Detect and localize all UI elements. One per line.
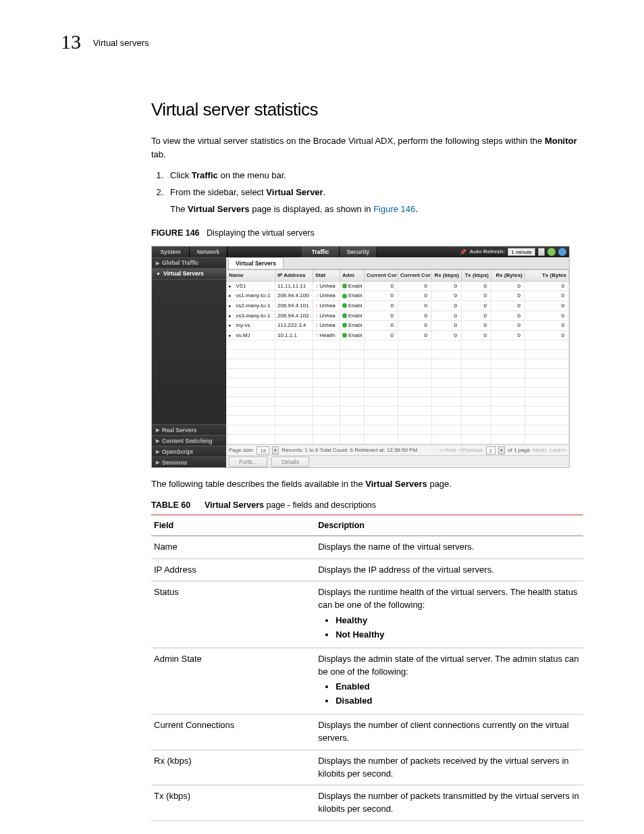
- pagesize-label: Page size:: [229, 446, 254, 454]
- nav-next[interactable]: Next>: [533, 446, 547, 454]
- ss-grid: Name IP Address Stat Adm Current Cor Cur…: [226, 269, 569, 444]
- sidebar-item-virtual-servers[interactable]: ▼Virtual Servers: [152, 268, 226, 279]
- refresh-icon[interactable]: [547, 248, 556, 256]
- t60-row: NameDisplays the name of the virtual ser…: [151, 536, 583, 558]
- screenshot: System Network Traffic Security 📌 Auto R…: [151, 246, 570, 468]
- ports-button[interactable]: Ports...: [229, 457, 267, 467]
- table-caption: TABLE 60 Virtual Servers page - fields a…: [151, 499, 583, 511]
- tab-security[interactable]: Security: [340, 246, 377, 257]
- col-ip[interactable]: IP Address: [275, 270, 313, 282]
- section-title: Virtual server statistics: [151, 97, 583, 123]
- nav-page[interactable]: 1: [486, 446, 495, 454]
- tab-traffic[interactable]: Traffic: [302, 246, 340, 257]
- col-curcon1[interactable]: Current Cor: [365, 270, 398, 282]
- help-icon[interactable]: [558, 248, 566, 256]
- t60-row: Current ConnectionsDisplays the number o…: [151, 714, 583, 750]
- table-row-empty: [227, 340, 569, 350]
- table-row-empty: [227, 425, 569, 435]
- t60-row: IP AddressDisplays the IP address of the…: [151, 558, 583, 581]
- nav-page-dd[interactable]: ▾: [498, 446, 505, 454]
- records-info: Records: 1 to 6 Total Count: 6 Retrieved…: [281, 446, 417, 454]
- sidebar-item-sessions[interactable]: ▶Sessions: [152, 457, 226, 467]
- table-row-empty: [227, 416, 569, 425]
- nav-prev[interactable]: <Previous: [459, 446, 483, 454]
- tab-system[interactable]: System: [152, 246, 190, 257]
- table-row[interactable]: ▸ vs2-many-to-1206.94.4.101↓ UnheaEnabl0…: [227, 301, 569, 311]
- col-txb[interactable]: Tx (Bytes: [525, 270, 569, 282]
- col-admin[interactable]: Adm: [340, 270, 365, 282]
- tab-network[interactable]: Network: [190, 246, 227, 257]
- col-rxb[interactable]: Rx (Bytes): [491, 270, 525, 282]
- sidebar-item-content-switching[interactable]: ▶Content Switching: [152, 435, 226, 446]
- table-row-empty: [227, 435, 569, 444]
- nav-first[interactable]: <<First: [439, 446, 456, 454]
- ss-sidebar: ▶Global Traffic ▼Virtual Servers ▶Real S…: [152, 257, 226, 467]
- t60-row: StatusDisplays the runtime health of the…: [151, 581, 583, 648]
- grid-header-row: Name IP Address Stat Adm Current Cor Cur…: [227, 270, 569, 282]
- pagetab-virtual-servers[interactable]: Virtual Servers: [228, 257, 284, 269]
- intro-paragraph: To view the virtual server statistics on…: [151, 134, 583, 161]
- figure-caption: FIGURE 146 Displaying the virtual server…: [151, 227, 583, 239]
- ss-pagetabs: Virtual Servers: [226, 257, 569, 269]
- table-row-empty: [227, 369, 569, 378]
- steps-list: Click Traffic on the menu bar. From the …: [166, 170, 583, 216]
- table-row-empty: [227, 359, 569, 369]
- t60-row: Rx (kbps)Displays the number of packets …: [151, 750, 583, 785]
- step-2: From the sidebar, select Virtual Server.…: [166, 186, 583, 216]
- nav-last[interactable]: Last>>: [550, 446, 566, 454]
- table-row-empty: [227, 378, 569, 388]
- pagesize-value[interactable]: 18: [257, 446, 269, 454]
- col-tx[interactable]: Tx (kbps): [462, 270, 491, 282]
- table-row[interactable]: ▸ vs1-many-to-1206.94.4.100↓ UnheaEnabl0…: [227, 291, 569, 301]
- nav-ofpages: of 1 page: [508, 446, 530, 454]
- ss-topbar: System Network Traffic Security 📌 Auto R…: [152, 246, 569, 257]
- col-status[interactable]: Stat: [313, 270, 340, 282]
- autorefresh-value[interactable]: 1 minute: [508, 248, 535, 256]
- step-1: Click Traffic on the menu bar.: [166, 170, 583, 182]
- ss-buttons: Ports... Details: [226, 455, 569, 467]
- pagesize-dropdown[interactable]: ▾: [272, 446, 279, 454]
- breadcrumb: Virtual servers: [93, 37, 149, 50]
- table-row[interactable]: ▸ my-vs111.222.3.4↓ UnheaEnabl000000: [227, 321, 569, 331]
- chapter-number: 13: [61, 27, 81, 57]
- table-row[interactable]: ▸ VS111.11.11.11↓ UnheaEnabl000000: [227, 281, 569, 291]
- page-header: 13 Virtual servers: [61, 27, 583, 57]
- table-row-empty: [227, 397, 569, 407]
- table-row[interactable]: ▸ vs-MJ10.1.1.1↑ HealthEnabl000000: [227, 330, 569, 340]
- table-row-empty: [227, 388, 569, 397]
- t60-row: Admin StateDisplays the admin state of t…: [151, 648, 583, 714]
- details-button[interactable]: Details: [271, 457, 309, 467]
- t60-row: Tx (kbps)Displays the number of packets …: [151, 785, 583, 821]
- after-figure-paragraph: The following table describes the fields…: [151, 477, 583, 491]
- col-curcon2[interactable]: Current Cor: [398, 270, 432, 282]
- col-name[interactable]: Name: [227, 270, 275, 282]
- autorefresh-label: Auto Refresh:: [469, 248, 505, 256]
- col-rx[interactable]: Rx (kbps): [432, 270, 462, 282]
- autorefresh-dropdown[interactable]: ▾: [538, 248, 545, 256]
- t60-col-field: Field: [151, 515, 315, 536]
- figure-link[interactable]: Figure 146: [373, 204, 415, 214]
- table-row[interactable]: ▸ vs3-many-to-1206.94.4.102↓ UnheaEnabl0…: [227, 311, 569, 321]
- sidebar-item-openscript[interactable]: ▶OpenScript: [152, 446, 226, 457]
- ss-pager: Page size: 18 ▾ Records: 1 to 6 Total Co…: [226, 444, 569, 455]
- t60-col-desc: Description: [315, 515, 583, 536]
- table-row-empty: [227, 350, 569, 359]
- sidebar-item-real-servers[interactable]: ▶Real Servers: [152, 424, 226, 435]
- step-2-sub: The Virtual Servers page is displayed, a…: [170, 203, 583, 216]
- pin-icon[interactable]: 📌: [460, 249, 466, 255]
- sidebar-item-global-traffic[interactable]: ▶Global Traffic: [152, 257, 226, 268]
- table-60: Field Description NameDisplays the name …: [151, 515, 583, 822]
- table-row-empty: [227, 407, 569, 416]
